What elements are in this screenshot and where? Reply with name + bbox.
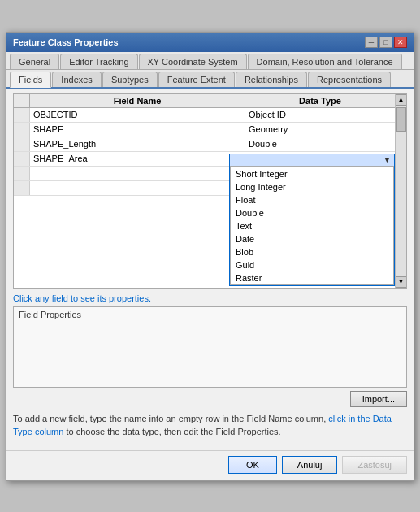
window-title: Feature Class Properties	[13, 37, 119, 47]
cell-shape-length-type[interactable]: Double	[245, 137, 406, 151]
tab-indexes[interactable]: Indexes	[52, 72, 102, 87]
maximize-button[interactable]: □	[379, 37, 392, 48]
col-field-name: Field Name	[30, 94, 245, 107]
tab-fields[interactable]: Fields	[10, 72, 51, 88]
click-hint: Click any field to see its properties.	[13, 293, 407, 303]
help-text: To add a new field, type the name into a…	[13, 412, 407, 439]
table-row[interactable]: SHAPE_Length Double	[14, 137, 406, 152]
tab-editor-tracking[interactable]: Editor Tracking	[60, 54, 137, 69]
tab-domain-resolution[interactable]: Domain, Resolution and Tolerance	[248, 54, 402, 69]
title-bar-controls: ─ □ ✕	[365, 37, 407, 48]
tab-representations[interactable]: Representations	[308, 72, 391, 87]
cell-shape-length-name[interactable]: SHAPE_Length	[30, 137, 245, 151]
tab-xy-coordinate[interactable]: XY Coordinate System	[139, 54, 247, 69]
help-text-part2: to choose the data type, then edit the F…	[63, 427, 280, 436]
dropdown-item[interactable]: Short Integer	[231, 167, 393, 180]
dropdown-item[interactable]: Date	[231, 232, 393, 245]
cell-empty[interactable]	[30, 167, 245, 180]
dropdown-selected-value[interactable]: ▼	[230, 154, 394, 167]
tabs-row1: General Editor Tracking XY Coordinate Sy…	[6, 52, 414, 70]
field-properties-box: Field Properties	[13, 306, 407, 388]
dropdown-item[interactable]: Long Integer	[231, 180, 393, 193]
title-bar: Feature Class Properties ─ □ ✕	[6, 33, 414, 52]
tab-relationships[interactable]: Relationships	[236, 72, 307, 87]
dropdown-item[interactable]: Blob	[231, 245, 393, 258]
tab-subtypes[interactable]: Subtypes	[102, 72, 158, 87]
dropdown-item[interactable]: Raster	[231, 271, 393, 284]
scroll-thumb[interactable]	[396, 107, 406, 132]
tab-general[interactable]: General	[10, 54, 59, 69]
dropdown-item[interactable]: Text	[231, 219, 393, 232]
close-button[interactable]: ✕	[394, 37, 407, 48]
cell-objectid-name[interactable]: OBJECTID	[30, 108, 245, 122]
cell-shape-area-name[interactable]: SHAPE_Area	[30, 152, 245, 166]
dropdown-item[interactable]: Guid	[231, 258, 393, 271]
fields-table: Field Name Data Type OBJECTID Object ID …	[13, 93, 407, 289]
ok-button[interactable]: OK	[228, 456, 277, 474]
bottom-buttons: OK Anuluj Zastosuj	[6, 450, 414, 480]
cancel-button[interactable]: Anuluj	[282, 456, 338, 474]
datatype-dropdown[interactable]: ▼ Short Integer Long Integer Float Doubl…	[229, 154, 395, 286]
content-area: Field Name Data Type OBJECTID Object ID …	[6, 89, 414, 450]
dropdown-arrow-icon: ▼	[383, 156, 391, 164]
cell-shape-name[interactable]: SHAPE	[30, 123, 245, 137]
table-row[interactable]: OBJECTID Object ID	[14, 108, 406, 123]
cell-shape-type[interactable]: Geometry	[245, 123, 406, 137]
minimize-button[interactable]: ─	[365, 37, 378, 48]
dropdown-item[interactable]: Double	[231, 206, 393, 219]
tab-feature-extent[interactable]: Feature Extent	[158, 72, 235, 87]
cell-objectid-type[interactable]: Object ID	[245, 108, 406, 122]
scroll-down-button[interactable]: ▼	[396, 276, 407, 288]
main-window: Feature Class Properties ─ □ ✕ General E…	[6, 32, 414, 481]
dropdown-item[interactable]: Float	[231, 193, 393, 206]
field-properties-label: Field Properties	[14, 307, 406, 322]
import-button[interactable]: Import...	[350, 391, 407, 407]
dropdown-list: Short Integer Long Integer Float Double …	[230, 167, 394, 285]
vertical-scrollbar[interactable]: ▲ ▼	[395, 94, 406, 288]
help-text-part1: To add a new field, type the name into a…	[13, 414, 328, 423]
apply-button[interactable]: Zastosuj	[342, 456, 407, 474]
table-row[interactable]: SHAPE Geometry	[14, 123, 406, 137]
import-row: Import...	[13, 391, 407, 407]
cell-empty[interactable]	[30, 181, 245, 195]
table-header: Field Name Data Type	[14, 94, 406, 108]
col-data-type: Data Type	[245, 94, 395, 107]
tabs-row2: Fields Indexes Subtypes Feature Extent R…	[6, 70, 414, 89]
scroll-up-button[interactable]: ▲	[396, 94, 407, 106]
